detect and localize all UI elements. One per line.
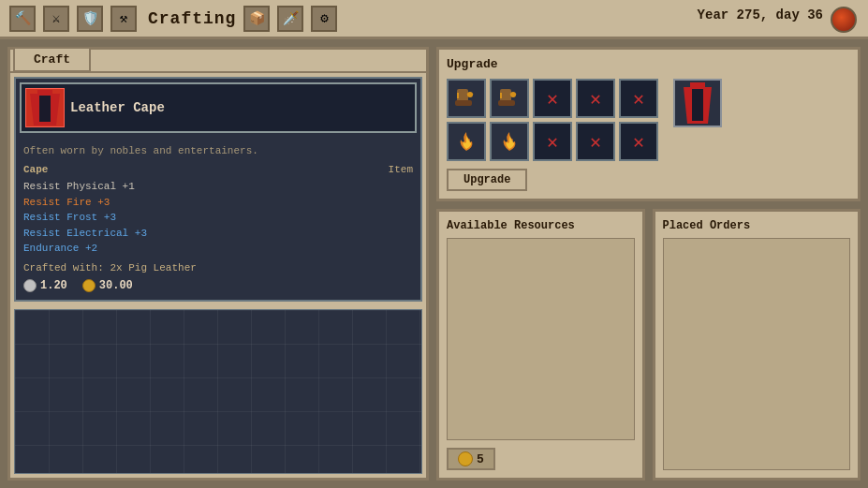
upgrade-slot-1-1[interactable] xyxy=(490,122,529,161)
upgrade-slot-0-2[interactable]: ✕ xyxy=(533,79,572,118)
preview-cape-icon xyxy=(681,82,714,124)
tool-icon-3: 🛡️ xyxy=(77,6,103,32)
item-name-header: Leather Cape xyxy=(70,100,165,115)
item-type: Cape xyxy=(23,164,48,175)
x-icon-0: ✕ xyxy=(547,87,558,111)
upgrade-button-row: Upgrade xyxy=(447,169,850,191)
flame-icon-1 xyxy=(496,128,522,155)
upgrade-slot-0-0[interactable] xyxy=(447,79,486,118)
upgrade-slot-1-3[interactable]: ✕ xyxy=(576,122,615,161)
upgrade-slot-0-3[interactable]: ✕ xyxy=(576,79,615,118)
bottom-gold-icon xyxy=(458,451,473,466)
price-gold: 30.00 xyxy=(82,279,133,292)
svg-rect-9 xyxy=(500,93,502,98)
stat-endurance: Endurance +2 xyxy=(23,241,413,257)
svg-rect-0 xyxy=(37,90,52,94)
crafted-with: Crafted with: 2x Pig Leather xyxy=(23,262,413,274)
upgrade-slot-0-4[interactable]: ✕ xyxy=(619,79,658,118)
right-panel: Upgrade xyxy=(436,47,861,481)
tool-icon-4: ⚒️ xyxy=(110,6,137,32)
boot-icon-0 xyxy=(453,85,479,111)
resources-content xyxy=(447,238,635,440)
date-display: Year 275, day 36 xyxy=(698,7,823,22)
tool-icon-1: 🔨 xyxy=(9,6,36,32)
stat-resist-fire: Resist Fire +3 xyxy=(23,195,413,211)
upgrade-slot-1-0[interactable] xyxy=(447,122,486,161)
upgrade-section: Upgrade xyxy=(436,47,861,201)
available-resources-panel: Available Resources 5 xyxy=(436,209,645,481)
coin-display: 5 xyxy=(447,448,495,470)
svg-rect-13 xyxy=(692,89,703,121)
stat-resist-physical: Resist Physical +1 xyxy=(23,179,413,195)
x-icon-4: ✕ xyxy=(590,130,601,154)
craft-button[interactable]: Craft xyxy=(13,47,91,72)
x-icon-3: ✕ xyxy=(547,130,558,154)
main-content: Items Leather Cape Often worn by nobles … xyxy=(0,39,868,488)
silver-coin-icon xyxy=(23,279,37,292)
upgrade-slot-0-1[interactable] xyxy=(490,79,529,118)
gold-amount: 30.00 xyxy=(99,279,133,292)
x-icon-1: ✕ xyxy=(590,87,601,111)
flame-icon-0 xyxy=(453,128,479,155)
item-description: Often worn by nobles and entertainers. xyxy=(23,144,413,158)
tool-icon-6: 🗡️ xyxy=(277,6,303,32)
item-type-line: Cape Item xyxy=(23,164,413,175)
svg-rect-4 xyxy=(455,100,472,106)
gold-coin-icon xyxy=(82,279,96,292)
x-icon-5: ✕ xyxy=(633,130,644,154)
svg-rect-11 xyxy=(690,82,705,87)
tool-icon-5: 📦 xyxy=(243,6,270,32)
item-slot: Item xyxy=(389,164,413,175)
selected-item-icon xyxy=(25,88,65,127)
boot-icon-1 xyxy=(496,85,522,111)
upgrade-title: Upgrade xyxy=(447,57,850,71)
stat-resist-frost: Resist Frost +3 xyxy=(23,210,413,226)
orders-title: Placed Orders xyxy=(663,219,851,232)
page-title: Crafting xyxy=(148,9,236,28)
tool-icon-2: ⚔️ xyxy=(43,6,69,32)
upgrade-slot-1-4[interactable]: ✕ xyxy=(619,122,658,161)
stat-resist-electrical: Resist Electrical +3 xyxy=(23,226,413,242)
coin-amount: 5 xyxy=(477,452,484,466)
items-grid xyxy=(14,309,422,474)
orders-content xyxy=(663,238,851,470)
bottom-right-panels: Available Resources 5 Placed Orders xyxy=(436,209,861,481)
silver-amount: 1.20 xyxy=(40,279,67,292)
upgrade-slot-1-2[interactable]: ✕ xyxy=(533,122,572,161)
item-detail-card: Leather Cape Often worn by nobles and en… xyxy=(14,77,422,302)
svg-rect-8 xyxy=(498,100,515,106)
tool-icon-7: ⚙️ xyxy=(311,6,337,32)
left-panel: Items Leather Cape Often worn by nobles … xyxy=(7,47,429,481)
selected-item-row[interactable]: Leather Cape xyxy=(20,82,417,133)
avatar xyxy=(831,7,857,33)
upgrade-grid: ✕ ✕ ✕ xyxy=(447,79,658,161)
resources-title: Available Resources xyxy=(447,219,635,232)
upgrade-button[interactable]: Upgrade xyxy=(447,169,527,191)
svg-rect-5 xyxy=(457,93,459,98)
upgrade-preview xyxy=(673,79,722,127)
placed-orders-panel: Placed Orders xyxy=(653,209,861,481)
svg-rect-2 xyxy=(39,96,51,122)
item-prices: 1.20 30.00 xyxy=(23,279,413,292)
cape-icon xyxy=(30,90,60,126)
x-icon-2: ✕ xyxy=(633,87,644,111)
craft-button-area: Craft xyxy=(13,47,91,72)
price-silver: 1.20 xyxy=(23,279,67,292)
